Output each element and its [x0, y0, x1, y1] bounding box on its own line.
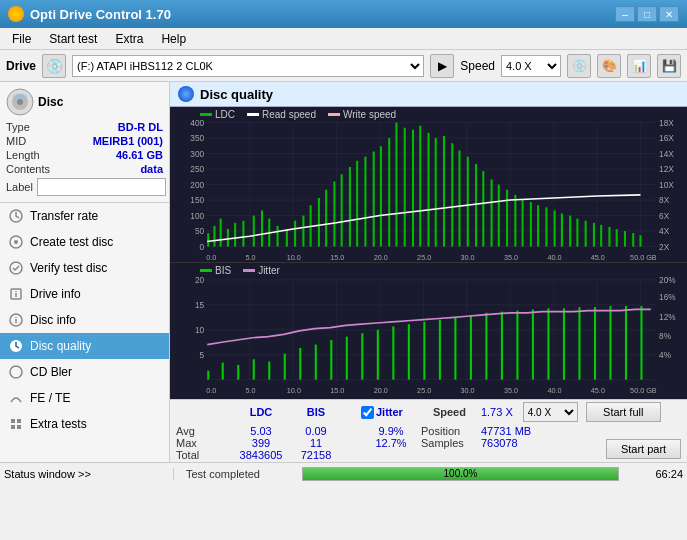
stats-values: Avg 5.03 0.09 9.9% Position 47731 MB Max…	[176, 425, 606, 461]
create-test-disc-icon	[8, 234, 24, 250]
drive-refresh-icon[interactable]: ▶	[430, 54, 454, 78]
stats-ldc-header: LDC	[231, 406, 291, 418]
svg-text:10X: 10X	[659, 181, 674, 190]
speed-dropdown[interactable]: 4.0 X	[523, 402, 578, 422]
svg-text:8%: 8%	[659, 331, 671, 341]
save-icon[interactable]: 💾	[657, 54, 681, 78]
total-bis: 72158	[291, 449, 341, 461]
close-button[interactable]: ✕	[659, 6, 679, 22]
disc-quality-title: Disc quality	[200, 87, 273, 102]
main-layout: Disc Type BD-R DL MID MEIRB1 (001) Lengt…	[0, 82, 687, 462]
minimize-button[interactable]: –	[615, 6, 635, 22]
settings-icon[interactable]: 🎨	[597, 54, 621, 78]
svg-point-2	[17, 99, 23, 105]
stats-bis-header: BIS	[291, 406, 341, 418]
disc-icon-btn[interactable]: 💿	[567, 54, 591, 78]
disc-info-panel: Disc Type BD-R DL MID MEIRB1 (001) Lengt…	[0, 82, 169, 203]
svg-text:45.0: 45.0	[591, 253, 605, 262]
svg-rect-75	[514, 195, 516, 247]
svg-text:12X: 12X	[659, 165, 674, 174]
sidebar-item-cd-bler[interactable]: CD Bler	[0, 359, 169, 385]
menu-help[interactable]: Help	[153, 30, 194, 48]
svg-text:2X: 2X	[659, 243, 670, 252]
speed-select[interactable]: 4.0 X	[501, 55, 561, 77]
legend-ldc-color	[200, 113, 212, 116]
sidebar-item-extra-tests[interactable]: Extra tests	[0, 411, 169, 437]
legend-ldc-label: LDC	[215, 109, 235, 120]
sidebar-item-transfer-rate[interactable]: Transfer rate	[0, 203, 169, 229]
svg-rect-59	[388, 138, 390, 247]
sidebar-item-disc-info[interactable]: Disc info	[0, 307, 169, 333]
verify-test-disc-icon	[8, 260, 24, 276]
start-part-button[interactable]: Start part	[606, 439, 681, 459]
svg-text:35.0: 35.0	[504, 253, 518, 262]
sidebar-item-extra-tests-label: Extra tests	[30, 417, 87, 431]
svg-rect-155	[485, 313, 487, 380]
svg-rect-43	[261, 210, 263, 246]
sidebar-item-fe-te-label: FE / TE	[30, 391, 70, 405]
action-buttons: Start full	[586, 402, 661, 422]
svg-rect-15	[17, 425, 21, 429]
status-window-btn[interactable]: Status window >>	[4, 468, 174, 480]
sidebar-item-fe-te[interactable]: FE / TE	[0, 385, 169, 411]
sidebar-item-verify-test-disc-label: Verify test disc	[30, 261, 107, 275]
sidebar-item-create-test-disc[interactable]: Create test disc	[0, 229, 169, 255]
svg-rect-165	[640, 306, 642, 380]
svg-rect-12	[11, 419, 15, 423]
menu-start-test[interactable]: Start test	[41, 30, 105, 48]
menu-bar: File Start test Extra Help	[0, 28, 687, 50]
svg-rect-38	[220, 219, 222, 247]
svg-rect-55	[356, 161, 358, 247]
sidebar-item-drive-info[interactable]: Drive info	[0, 281, 169, 307]
avg-pos-val: 47731 MB	[481, 425, 531, 437]
svg-rect-83	[576, 219, 578, 247]
disc-label-input[interactable]	[37, 178, 166, 196]
svg-rect-61	[404, 128, 406, 247]
legend-jitter: Jitter	[243, 265, 280, 276]
legend-jitter-color	[243, 269, 255, 272]
legend-bis-label: BIS	[215, 265, 231, 276]
svg-rect-68	[458, 150, 460, 246]
nav-items: Transfer rate Create test disc Verify te…	[0, 203, 169, 462]
max-jitter: 12.7%	[361, 437, 421, 449]
svg-rect-89	[624, 231, 626, 247]
svg-text:0.0: 0.0	[206, 253, 216, 262]
sidebar-item-disc-quality[interactable]: Disc quality	[0, 333, 169, 359]
svg-rect-46	[286, 229, 288, 247]
svg-text:6X: 6X	[659, 212, 670, 221]
content-area: Disc quality LDC Read speed	[170, 82, 687, 462]
bottom-chart-svg: 20 15 10 5 20% 16% 12% 8% 4% 0.0 5.0 10.…	[170, 263, 687, 399]
svg-rect-151	[423, 322, 425, 380]
legend-write-speed-color	[328, 113, 340, 116]
maximize-button[interactable]: □	[637, 6, 657, 22]
svg-rect-88	[616, 229, 618, 247]
title-bar-left: Opti Drive Control 1.70	[8, 6, 171, 22]
start-full-button[interactable]: Start full	[586, 402, 661, 422]
svg-rect-90	[632, 233, 634, 246]
svg-rect-37	[213, 226, 215, 247]
drive-select[interactable]: (F:) ATAPI iHBS112 2 CL0K	[72, 55, 424, 77]
total-ldc: 3843605	[231, 449, 291, 461]
menu-extra[interactable]: Extra	[107, 30, 151, 48]
svg-rect-79	[545, 207, 547, 246]
drive-info-icon	[8, 286, 24, 302]
disc-length-row: Length 46.61 GB	[6, 148, 163, 162]
disc-mid-row: MID MEIRB1 (001)	[6, 134, 163, 148]
svg-rect-142	[284, 354, 286, 380]
svg-rect-149	[392, 327, 394, 380]
menu-file[interactable]: File	[4, 30, 39, 48]
svg-rect-157	[516, 311, 518, 380]
svg-point-6	[14, 240, 18, 244]
svg-text:16%: 16%	[659, 292, 676, 302]
sidebar-item-verify-test-disc[interactable]: Verify test disc	[0, 255, 169, 281]
chart-icon[interactable]: 📊	[627, 54, 651, 78]
svg-text:25.0: 25.0	[417, 253, 431, 262]
speed-val-display: 1.73 X	[481, 406, 513, 418]
jitter-checkbox[interactable]	[361, 406, 374, 419]
svg-rect-159	[547, 308, 549, 379]
test-completed-label: Test completed	[178, 468, 298, 480]
svg-rect-52	[333, 181, 335, 246]
svg-text:30.0: 30.0	[461, 386, 475, 395]
svg-rect-36	[207, 233, 209, 246]
avg-bis: 0.09	[291, 425, 341, 437]
